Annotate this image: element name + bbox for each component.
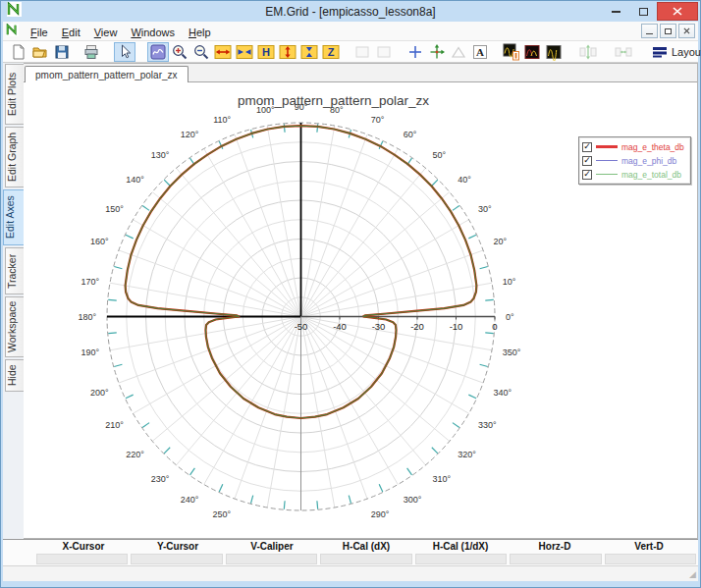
zoom-in-button[interactable]	[169, 42, 190, 62]
plot-style-yellow-button[interactable]	[544, 42, 566, 62]
angle-minor-tick	[114, 267, 122, 269]
legend-row: ✓mag_e_theta_db	[582, 140, 684, 153]
compress-y-button[interactable]	[298, 42, 320, 62]
new-file-icon	[10, 43, 27, 61]
angle-minor-tick	[284, 501, 285, 508]
angle-label: 140°	[126, 175, 144, 185]
angle-label: 300°	[404, 495, 422, 505]
marker-triangle-icon	[450, 43, 467, 61]
maximize-button[interactable]	[629, 2, 657, 21]
sidebar-tab-edit-graph[interactable]: Edit Graph	[5, 127, 24, 187]
menu-windows[interactable]: Windows	[124, 25, 182, 40]
angle-label: 250°	[213, 509, 232, 519]
zoom-in-icon	[171, 43, 189, 61]
angle-minor-tick	[485, 333, 493, 334]
new-file-button[interactable]	[8, 42, 29, 62]
marker-triangle-button[interactable]	[448, 42, 469, 62]
svg-text:A: A	[476, 46, 484, 58]
tab-pmom-pattern-polar-zx[interactable]: pmom_pattern_pattern_polar_zx	[25, 66, 189, 82]
mdi-restore-button[interactable]	[660, 24, 676, 38]
radial-tick-label: -50	[295, 321, 308, 332]
save-button[interactable]	[51, 42, 73, 62]
readout-value-cell	[226, 554, 317, 564]
angle-minor-tick	[349, 496, 350, 504]
plot-panel: -50-40-30-20-1000°10°20°30°40°50°60°70°8…	[24, 82, 697, 538]
readout-header-v-caliper: V-Caliper	[225, 541, 319, 554]
menu-file[interactable]: File	[24, 25, 55, 40]
expand-y-button[interactable]	[277, 42, 298, 62]
plot-style-red-icon	[524, 43, 542, 61]
angle-minor-tick	[219, 484, 223, 492]
select-arrow-button[interactable]	[114, 42, 135, 62]
angle-minor-tick	[485, 299, 493, 300]
align-horizontal-button[interactable]	[613, 42, 634, 62]
fit-y-button[interactable]: Z	[320, 42, 342, 62]
menu-help[interactable]: Help	[182, 25, 218, 40]
angle-label: 130°	[151, 150, 170, 160]
zoom-region-button[interactable]	[147, 42, 169, 62]
plot-legend: ✓mag_e_theta_db✓mag_e_phi_db✓mag_e_total…	[578, 136, 691, 185]
legend-checkbox-mag_e_total_db[interactable]: ✓	[582, 170, 592, 180]
text-label-icon: A	[471, 43, 489, 61]
plot-style-dark-button[interactable]	[501, 42, 522, 62]
angle-label: 120°	[181, 130, 199, 139]
tracker-axes-button[interactable]	[426, 42, 448, 62]
readout-header-h-cal-dx-: H-Cal (dX)	[319, 541, 413, 554]
sidebar-tab-hide[interactable]: Hide	[5, 359, 24, 392]
expand-y-icon	[279, 43, 297, 61]
angle-minor-tick	[108, 333, 116, 334]
expand-x-button[interactable]	[212, 42, 234, 62]
resize-grip[interactable]: ◢	[689, 569, 696, 579]
align-vertical-button[interactable]	[577, 42, 599, 62]
angle-label: 310°	[433, 474, 452, 484]
readout-value-cell	[510, 554, 601, 564]
compress-x-button[interactable]	[234, 42, 255, 62]
readout-value-cell	[415, 554, 507, 564]
mdi-minimize-button[interactable]	[641, 24, 658, 38]
document-logo-icon[interactable]	[6, 23, 19, 40]
angle-label: 110°	[213, 115, 231, 125]
fit-x-button[interactable]: H	[255, 42, 277, 62]
box-outline-button[interactable]	[351, 42, 373, 62]
legend-line-swatch	[596, 160, 618, 161]
zoom-out-button[interactable]	[190, 42, 212, 62]
menu-edit[interactable]: Edit	[55, 25, 87, 40]
mdi-close-button[interactable]	[678, 24, 695, 38]
legend-checkbox-mag_e_theta_db[interactable]: ✓	[582, 142, 592, 152]
print-button[interactable]	[81, 42, 102, 62]
fit-y-icon: Z	[322, 43, 340, 61]
angle-minor-tick	[108, 299, 116, 300]
crosshair-button[interactable]	[404, 42, 426, 62]
legend-checkbox-mag_e_phi_db[interactable]: ✓	[582, 156, 592, 166]
minimize-button[interactable]	[602, 2, 629, 21]
tracker-readout-bar: X-CursorY-CursorV-CaliperH-Cal (dX)H-Cal…	[3, 539, 698, 565]
menu-view[interactable]: View	[87, 25, 125, 40]
angle-minor-tick	[432, 448, 438, 454]
angle-minor-tick	[453, 423, 459, 428]
sidebar-tab-edit-axes[interactable]: Edit Axes	[3, 189, 24, 245]
sidebar-tabstrip: Edit PlotsEdit GraphEdit AxesTrackerWork…	[3, 63, 24, 539]
sidebar-tab-tracker[interactable]: Tracker	[5, 247, 24, 294]
angle-label: 230°	[151, 474, 170, 484]
plot-style-red-button[interactable]	[522, 42, 544, 62]
angle-label: 340°	[493, 388, 512, 398]
legend-row: ✓mag_e_total_db	[582, 168, 684, 181]
angle-minor-tick	[251, 496, 253, 504]
readout-header-vert-d: Vert-D	[602, 541, 696, 554]
plot-style-dark-icon	[503, 43, 520, 61]
status-bar: ◢	[3, 565, 698, 581]
angle-label: 320°	[458, 450, 476, 459]
print-icon	[82, 43, 100, 61]
legend-line-swatch	[596, 145, 618, 148]
layout-menu-button[interactable]: Layout ▼	[646, 44, 701, 60]
sidebar-tab-workspace[interactable]: Workspace	[5, 296, 24, 357]
angle-label: 280°	[327, 519, 346, 520]
sidebar-tab-edit-plots[interactable]: Edit Plots	[5, 64, 24, 125]
open-file-button[interactable]	[29, 42, 51, 62]
open-file-icon	[31, 43, 49, 61]
angle-label: 10°	[503, 277, 516, 287]
toolbar: HZA Layout ▼	[3, 41, 698, 63]
close-button[interactable]	[657, 2, 698, 21]
box-outline-2-button[interactable]	[373, 42, 395, 62]
text-label-button[interactable]: A	[469, 42, 491, 62]
